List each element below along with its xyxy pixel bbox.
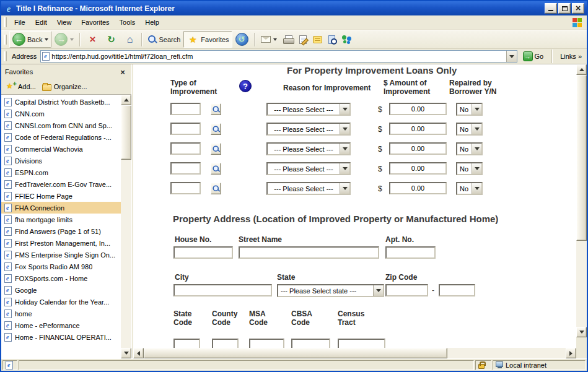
address-dropdown-button[interactable] (506, 51, 517, 62)
favorites-item[interactable]: ESPN.com (1, 167, 121, 178)
discuss-button[interactable] (310, 31, 325, 48)
select-arrow-button[interactable] (340, 144, 349, 154)
links-chevron-icon[interactable]: » (578, 53, 582, 60)
scroll-left-button[interactable] (133, 348, 144, 358)
favorites-button[interactable]: Favorites (183, 31, 232, 48)
select-arrow-button[interactable] (472, 104, 481, 115)
repaired-select[interactable]: No (456, 123, 483, 136)
content-horizontal-scrollbar[interactable] (133, 348, 576, 358)
amount-input[interactable] (389, 123, 447, 135)
repaired-select[interactable]: No (456, 162, 483, 175)
street-name-input[interactable] (239, 246, 379, 259)
help-icon[interactable] (239, 80, 252, 92)
type-lookup-button[interactable] (211, 163, 221, 175)
type-lookup-button[interactable] (211, 183, 221, 194)
favorites-item[interactable]: Google (1, 284, 121, 296)
scrollbar-thumb[interactable] (121, 105, 131, 160)
city-input[interactable] (173, 284, 272, 296)
favorites-item[interactable]: Commercial Wachovia (1, 143, 121, 155)
favorites-item[interactable]: Code of Federal Regulations -... (1, 131, 121, 143)
select-arrow-button[interactable] (340, 104, 349, 115)
msa-code-input[interactable] (249, 339, 284, 348)
favorites-item[interactable]: FedTraveler.com E-Gov Trave... (1, 178, 121, 190)
type-lookup-button[interactable] (211, 123, 221, 135)
repaired-select[interactable]: No (456, 182, 483, 195)
address-input[interactable]: https://entp.hud.gov/title1/html/f72loan… (40, 50, 517, 63)
minimize-button[interactable] (545, 3, 557, 14)
messenger-button[interactable] (338, 31, 355, 48)
favorites-scrollbar[interactable] (121, 95, 131, 358)
menu-help[interactable]: Help (140, 17, 164, 28)
house-no-input[interactable] (173, 246, 233, 259)
repaired-select[interactable]: No (456, 142, 483, 155)
reason-select[interactable]: --- Please Select --- (266, 123, 351, 136)
scroll-up-button[interactable] (576, 64, 587, 75)
type-lookup-button[interactable] (211, 103, 221, 115)
cbsa-code-input[interactable] (291, 339, 330, 348)
go-button[interactable]: Go (520, 51, 547, 62)
favorites-item[interactable]: Find Answers (Page 1 of 51) (1, 225, 121, 237)
select-arrow-button[interactable] (472, 124, 481, 134)
back-button[interactable]: Back (9, 31, 51, 48)
select-arrow-button[interactable] (472, 163, 481, 174)
scrollbar-thumb[interactable] (576, 75, 587, 241)
scroll-down-button[interactable] (576, 327, 587, 337)
print-button[interactable] (280, 31, 296, 48)
history-button[interactable] (232, 31, 252, 48)
back-dropdown-icon[interactable] (45, 38, 48, 41)
repaired-select[interactable]: No (456, 103, 483, 116)
favorites-item[interactable]: Divisions (1, 155, 121, 167)
close-button[interactable] (572, 3, 584, 14)
forward-button[interactable] (51, 31, 77, 48)
type-of-improvement-input[interactable] (170, 103, 201, 115)
favorites-item[interactable]: FOXSports.com - Home (1, 272, 121, 284)
close-favorites-button[interactable] (118, 67, 128, 77)
type-lookup-button[interactable] (211, 143, 221, 155)
favorites-item[interactable]: First Preston Management, In... (1, 237, 121, 249)
scroll-up-button[interactable] (121, 95, 131, 105)
reason-select[interactable]: --- Please Select --- (266, 103, 351, 116)
type-of-improvement-input[interactable] (170, 142, 201, 155)
menu-view[interactable]: View (52, 17, 77, 28)
favorites-item[interactable]: FFIEC Home Page (1, 190, 121, 202)
favorites-item[interactable]: Capital District Youth Basketb... (1, 96, 121, 108)
favorites-item[interactable]: home (1, 308, 121, 319)
select-arrow-button[interactable] (340, 183, 349, 194)
amount-input[interactable] (389, 182, 447, 194)
state-code-input[interactable] (173, 339, 200, 348)
home-button[interactable] (120, 31, 139, 48)
links-toolbar[interactable]: Links » (558, 53, 584, 60)
add-favorite-button[interactable]: Add... (6, 82, 36, 91)
favorites-item[interactable]: Home - ePeformance (1, 319, 121, 331)
favorites-item[interactable]: Home - FINANCIAL OPERATI... (1, 331, 121, 343)
favorites-item[interactable]: Fox Sports Radio AM 980 (1, 261, 121, 272)
select-arrow-button[interactable] (472, 144, 481, 154)
menu-favorites[interactable]: Favorites (76, 17, 114, 28)
scroll-right-button[interactable] (566, 348, 576, 358)
lock-icon[interactable] (478, 364, 485, 369)
county-code-input[interactable] (212, 339, 239, 348)
reason-select[interactable]: --- Please Select --- (266, 162, 351, 175)
scrollbar-thumb[interactable] (144, 348, 447, 358)
reason-select[interactable]: --- Please Select --- (266, 182, 351, 195)
refresh-button[interactable] (102, 31, 120, 48)
amount-input[interactable] (389, 162, 447, 175)
zip-code-input[interactable] (385, 284, 428, 296)
type-of-improvement-input[interactable] (170, 162, 201, 175)
select-arrow-button[interactable] (472, 183, 481, 194)
select-arrow-button[interactable] (373, 285, 383, 296)
maximize-button[interactable] (558, 3, 571, 14)
type-of-improvement-input[interactable] (170, 182, 201, 194)
menu-edit[interactable]: Edit (30, 17, 52, 28)
favorites-item[interactable]: FMS Enterprise Single Sign On... (1, 249, 121, 261)
reason-select[interactable]: --- Please Select --- (266, 142, 351, 155)
select-arrow-button[interactable] (340, 124, 349, 134)
census-tract-input[interactable] (338, 339, 385, 348)
amount-input[interactable] (389, 103, 447, 115)
type-of-improvement-input[interactable] (170, 123, 201, 135)
menu-file[interactable]: File (9, 17, 30, 28)
mail-dropdown-icon[interactable] (273, 38, 277, 41)
amount-input[interactable] (389, 142, 447, 155)
zip-plus4-input[interactable] (439, 284, 475, 296)
content-vertical-scrollbar[interactable] (576, 64, 587, 337)
